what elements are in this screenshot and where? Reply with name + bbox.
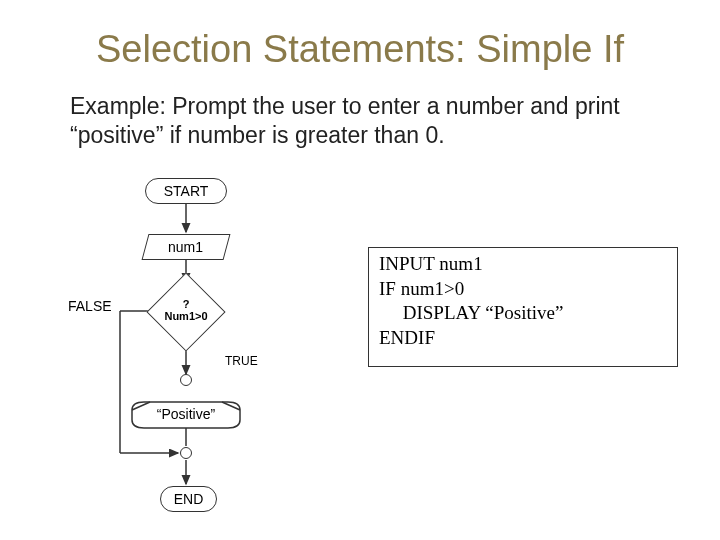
flowchart-connectors bbox=[40, 178, 320, 528]
pseudocode-box: INPUT num1 IF num1>0 DISPLAY “Positive” … bbox=[368, 247, 678, 367]
slide-title: Selection Statements: Simple If bbox=[0, 28, 720, 71]
flowchart-input: num1 bbox=[142, 234, 231, 260]
flowchart: START num1 ? Num1>0 FALSE TRUE “Positive… bbox=[40, 178, 320, 528]
flowchart-output-text: “Positive” bbox=[130, 400, 242, 428]
flowchart-input-text: num1 bbox=[168, 235, 203, 259]
flowchart-output: “Positive” bbox=[130, 400, 240, 426]
slide-subtitle: Example: Prompt the user to enter a numb… bbox=[70, 92, 660, 150]
flowchart-end: END bbox=[160, 486, 217, 512]
flowchart-decision-text: ? Num1>0 bbox=[150, 298, 222, 322]
flowchart-start: START bbox=[145, 178, 227, 204]
connector-dot-icon bbox=[180, 374, 192, 386]
connector-dot-icon bbox=[180, 447, 192, 459]
flowchart-false-label: FALSE bbox=[68, 298, 112, 314]
flowchart-true-label: TRUE bbox=[225, 354, 258, 368]
